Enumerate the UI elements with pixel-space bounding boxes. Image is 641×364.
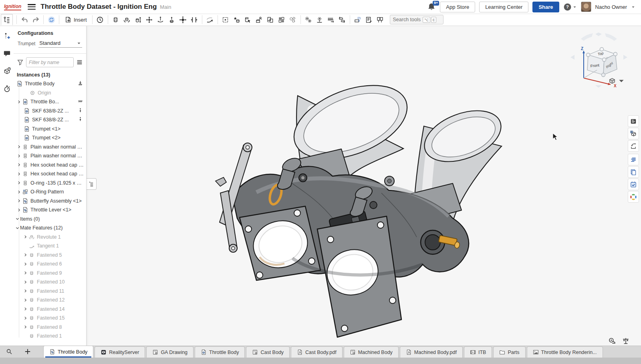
- chevron-right-icon[interactable]: [16, 153, 22, 159]
- tree-item-fastened-15[interactable]: Fastened 15: [14, 314, 86, 323]
- add-tab-button[interactable]: [24, 348, 32, 356]
- named-views-button[interactable]: [375, 14, 386, 25]
- tangent-mate-button[interactable]: [204, 14, 216, 25]
- tree-item-o-ring-pattern[interactable]: O-Ring Pattern: [14, 187, 86, 197]
- chevron-right-icon[interactable]: [22, 270, 28, 276]
- chevron-right-icon[interactable]: [16, 144, 22, 150]
- documents-panel-button[interactable]: [628, 166, 639, 178]
- tree-section-items[interactable]: Items (0): [14, 215, 86, 224]
- search-tools-field[interactable]: ⌥ c: [390, 15, 443, 24]
- app-store-button[interactable]: App Store: [440, 2, 475, 12]
- fastened-mate-button[interactable]: [110, 14, 121, 25]
- tab-ga-drawing[interactable]: GA Drawing: [146, 346, 194, 358]
- tree-item-fastened-10[interactable]: Fastened 10: [14, 278, 86, 287]
- tab-throttle-body-assembly[interactable]: Throttle Body: [43, 346, 93, 358]
- pin-slot-mate-button[interactable]: [166, 14, 177, 25]
- tab-cast-body-pdf[interactable]: Cast Body.pdf: [291, 346, 343, 358]
- tree-item-fastened-12[interactable]: Fastened 12: [14, 296, 86, 305]
- help-menu-button[interactable]: ?: [563, 3, 577, 11]
- tab-throttle-body-rendering[interactable]: Throttle Body Renderin...: [527, 346, 603, 358]
- tree-item-revolute-1[interactable]: Revolute 1: [14, 233, 86, 242]
- history-button[interactable]: [95, 14, 106, 25]
- chevron-right-icon[interactable]: [22, 315, 28, 321]
- chevron-right-icon[interactable]: [22, 252, 28, 258]
- cylindrical-mate-button[interactable]: [155, 14, 166, 25]
- chevron-right-icon[interactable]: [16, 171, 22, 177]
- bill-of-materials-button[interactable]: [363, 14, 375, 25]
- tree-item-hex-socket-screw-2[interactable]: Hex socket head cap s...: [14, 169, 86, 179]
- tab-parts[interactable]: Parts: [493, 346, 525, 358]
- chevron-right-icon[interactable]: [16, 207, 22, 213]
- user-menu[interactable]: Nacho Owner: [595, 4, 627, 10]
- main-menu-button[interactable]: [28, 4, 36, 10]
- ball-mate-button[interactable]: [177, 14, 189, 25]
- measure-tool-button[interactable]: [608, 337, 616, 345]
- tree-item-fastened-1[interactable]: Fastened 1: [14, 332, 86, 341]
- chevron-right-icon[interactable]: [16, 198, 22, 204]
- exploded-view-button[interactable]: [352, 14, 363, 25]
- chevron-down-icon[interactable]: [14, 225, 20, 231]
- tree-section-mate-features[interactable]: Mate Features (12): [14, 223, 86, 233]
- linear-relation-button[interactable]: [325, 14, 337, 25]
- tab-realityserver[interactable]: RealityServer: [95, 346, 145, 358]
- tree-item-plain-washer-2[interactable]: Plain washer normal g...: [14, 151, 86, 161]
- configurations-panel-button[interactable]: [2, 30, 12, 41]
- tree-item-throttle-body[interactable]: Throttle Bo...: [14, 97, 86, 107]
- chevron-right-icon[interactable]: [16, 162, 22, 168]
- tree-item-trumpet-1[interactable]: Trumpet <1>: [14, 125, 86, 134]
- screw-relation-button[interactable]: [337, 14, 348, 25]
- share-button[interactable]: Share: [532, 2, 559, 12]
- revolute-mate-button[interactable]: [121, 14, 133, 25]
- undo-button[interactable]: [19, 14, 30, 25]
- filter-input[interactable]: [26, 57, 74, 67]
- tree-item-butterfly-assembly[interactable]: Butterfly Assembly <1>: [14, 197, 86, 206]
- tree-item-fastened-9[interactable]: Fastened 9: [14, 269, 86, 278]
- mass-properties-button[interactable]: [622, 337, 630, 345]
- tree-item-fastened-5[interactable]: Fastened 5: [14, 251, 86, 260]
- tree-item-fastened-6[interactable]: Fastened 6: [14, 259, 86, 269]
- user-avatar[interactable]: [581, 2, 591, 12]
- notifications-button[interactable]: 9+: [427, 2, 436, 11]
- tree-item-throttle-body-root[interactable]: Throttle Body: [14, 79, 86, 88]
- tree-item-skf-bearing-2[interactable]: SKF 638/8-2Z ...: [14, 115, 86, 125]
- group-button[interactable]: [231, 14, 242, 25]
- planar-mate-button[interactable]: [144, 14, 155, 25]
- throttle-body-model[interactable]: [208, 76, 505, 344]
- insert-button[interactable]: Insert: [61, 15, 90, 24]
- assembly-tree-toggle-button[interactable]: [1, 14, 13, 25]
- chevron-right-icon[interactable]: [16, 189, 22, 195]
- tasks-panel-button[interactable]: [628, 179, 639, 190]
- trumpet-config-select[interactable]: Standard: [38, 39, 82, 48]
- chevron-right-icon[interactable]: [22, 324, 28, 330]
- tree-item-fastened-11[interactable]: Fastened 11: [14, 287, 86, 296]
- tree-item-o-ring[interactable]: O-ring -135 (1.925 x 0....: [14, 179, 86, 188]
- slider-mate-button[interactable]: [133, 14, 144, 25]
- tab-itb[interactable]: ITB: [464, 346, 492, 358]
- transfer-parts-button[interactable]: [265, 14, 276, 25]
- pattern-button[interactable]: [276, 14, 287, 25]
- tree-item-trumpet-2[interactable]: Trumpet <2>: [14, 133, 86, 143]
- tab-machined-body[interactable]: Machined Body: [344, 346, 399, 358]
- learning-center-button[interactable]: Learning Center: [479, 2, 528, 12]
- rigid-parts-button[interactable]: [242, 14, 254, 25]
- replicate-button[interactable]: [254, 14, 265, 25]
- filter-icon[interactable]: [17, 59, 24, 66]
- gear-relation-button[interactable]: [303, 14, 314, 25]
- tree-item-throttle-lever[interactable]: Throttle Lever <1>: [14, 205, 86, 215]
- chevron-right-icon[interactable]: [22, 297, 28, 303]
- tree-item-hex-socket-screw-1[interactable]: Hex socket head cap s...: [14, 161, 86, 170]
- view-options-button[interactable]: [608, 77, 625, 85]
- chevron-right-icon[interactable]: [16, 99, 22, 105]
- redo-button[interactable]: [30, 14, 41, 25]
- parallel-mate-button[interactable]: [189, 14, 200, 25]
- panel-flyout-handle[interactable]: [86, 178, 97, 190]
- part-cluster-button[interactable]: [287, 14, 298, 25]
- chevron-down-icon[interactable]: [14, 216, 20, 222]
- chevron-right-icon[interactable]: [22, 279, 28, 285]
- in-context-button[interactable]: [628, 140, 639, 152]
- comments-button[interactable]: [2, 48, 12, 58]
- rack-relation-button[interactable]: [314, 14, 325, 25]
- lifecycle-panel-button[interactable]: [628, 191, 639, 203]
- configuration-panel-button[interactable]: [628, 128, 639, 139]
- tree-item-origin[interactable]: Origin: [14, 88, 86, 98]
